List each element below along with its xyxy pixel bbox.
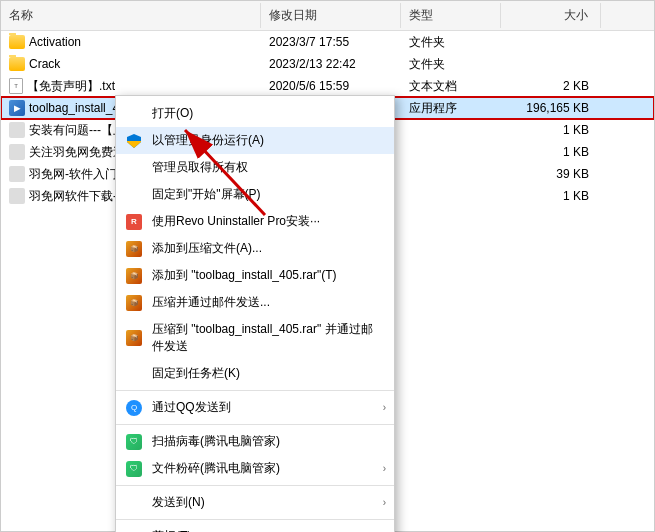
menu-item-pin-taskbar[interactable]: 固定到任务栏(K) <box>116 360 394 387</box>
antivirus-icon: 🛡 <box>124 432 144 452</box>
menu-separator <box>116 390 394 391</box>
file-name-cell: T 【免责声明】.txt <box>1 76 261 97</box>
menu-item-open[interactable]: 打开(O) <box>116 100 394 127</box>
menu-item-revo[interactable]: R 使用Revo Uninstaller Pro安装··· <box>116 208 394 235</box>
file-size: 39 KB <box>501 165 601 183</box>
menu-item-label: 文件粉碎(腾讯电脑管家) <box>152 460 280 477</box>
link-icon <box>9 166 25 182</box>
folder-icon <box>9 35 25 49</box>
file-type <box>401 150 501 154</box>
menu-item-send-to[interactable]: 发送到(N) › <box>116 489 394 516</box>
arrow-icon-3: › <box>383 497 386 508</box>
file-row[interactable]: Activation 2023/3/7 17:55 文件夹 <box>1 31 654 53</box>
col-header-type[interactable]: 类型 <box>401 3 501 28</box>
arrow-icon: › <box>383 402 386 413</box>
menu-item-add-archive[interactable]: 📦 添加到压缩文件(A)... <box>116 235 394 262</box>
compress-icon: 📦 <box>124 239 144 259</box>
menu-item-label: 使用Revo Uninstaller Pro安装··· <box>152 213 320 230</box>
svg-marker-1 <box>127 141 141 148</box>
menu-item-label: 以管理员身份运行(A) <box>152 132 264 149</box>
menu-item-label: 通过QQ发送到 <box>152 399 231 416</box>
file-size <box>501 40 601 44</box>
context-menu: 打开(O) 以管理员身份运行(A) 管理员取得所有权 固定到"开始"屏幕(P) … <box>115 95 395 532</box>
col-header-size[interactable]: 大小 <box>501 3 601 28</box>
link-icon <box>9 188 25 204</box>
file-size <box>501 62 601 66</box>
menu-item-pin-start[interactable]: 固定到"开始"屏幕(P) <box>116 181 394 208</box>
file-size: 196,165 KB <box>501 99 601 117</box>
link-icon <box>9 122 25 138</box>
file-type: 文件夹 <box>401 54 501 75</box>
file-type: 应用程序 <box>401 98 501 119</box>
menu-separator <box>116 485 394 486</box>
menu-item-label: 管理员取得所有权 <box>152 159 248 176</box>
arrow-icon-2: › <box>383 463 386 474</box>
compress-icon-2: 📦 <box>124 266 144 286</box>
menu-item-label: 固定到"开始"屏幕(P) <box>152 186 261 203</box>
menu-item-antivirus[interactable]: 🛡 扫描病毒(腾讯电脑管家) <box>116 428 394 455</box>
column-headers: 名称 修改日期 类型 大小 <box>1 1 654 31</box>
file-row[interactable]: T 【免责声明】.txt 2020/5/6 15:59 文本文档 2 KB <box>1 75 654 97</box>
col-header-name[interactable]: 名称 <box>1 3 261 28</box>
menu-item-add-toolbag-rar[interactable]: 📦 添加到 "toolbag_install_405.rar"(T) <box>116 262 394 289</box>
folder-icon <box>9 57 25 71</box>
file-date: 2020/5/6 15:59 <box>261 77 401 95</box>
col-header-date[interactable]: 修改日期 <box>261 3 401 28</box>
file-type: 文件夹 <box>401 32 501 53</box>
shield-icon <box>124 131 144 151</box>
file-type <box>401 194 501 198</box>
menu-item-label: 压缩到 "toolbag_install_405.rar" 并通过邮件发送 <box>152 321 378 355</box>
file-type <box>401 172 501 176</box>
link-icon <box>9 144 25 160</box>
menu-item-cut[interactable]: 剪切(T) <box>116 523 394 532</box>
menu-separator <box>116 424 394 425</box>
menu-item-label: 发送到(N) <box>152 494 205 511</box>
file-name-text: Activation <box>29 35 81 49</box>
file-size: 2 KB <box>501 77 601 95</box>
file-size: 1 KB <box>501 143 601 161</box>
menu-item-file-shred[interactable]: 🛡 文件粉碎(腾讯电脑管家) › <box>116 455 394 482</box>
menu-item-compress-email[interactable]: 📦 压缩并通过邮件发送... <box>116 289 394 316</box>
menu-item-label: 添加到压缩文件(A)... <box>152 240 262 257</box>
file-date: 2023/3/7 17:55 <box>261 33 401 51</box>
file-size: 1 KB <box>501 187 601 205</box>
file-size: 1 KB <box>501 121 601 139</box>
compress-icon-3: 📦 <box>124 293 144 313</box>
compress-icon-4: 📦 <box>124 328 144 348</box>
revo-icon: R <box>124 212 144 232</box>
file-type <box>401 128 501 132</box>
menu-item-label: 扫描病毒(腾讯电脑管家) <box>152 433 280 450</box>
exe-icon: ▶ <box>9 100 25 116</box>
qq-icon: Q <box>124 398 144 418</box>
file-name-text: 【免责声明】.txt <box>27 78 115 95</box>
file-row[interactable]: Crack 2023/2/13 22:42 文件夹 <box>1 53 654 75</box>
file-type: 文本文档 <box>401 76 501 97</box>
file-date: 2023/2/13 22:42 <box>261 55 401 73</box>
antivirus-icon-2: 🛡 <box>124 459 144 479</box>
menu-item-run-admin[interactable]: 以管理员身份运行(A) <box>116 127 394 154</box>
menu-item-label: 打开(O) <box>152 105 193 122</box>
file-name-cell: Activation <box>1 33 261 51</box>
file-name-text: Crack <box>29 57 60 71</box>
txt-icon: T <box>9 78 23 94</box>
menu-item-send-qq[interactable]: Q 通过QQ发送到 › <box>116 394 394 421</box>
menu-item-compress-toolbag-email[interactable]: 📦 压缩到 "toolbag_install_405.rar" 并通过邮件发送 <box>116 316 394 360</box>
menu-item-label: 剪切(T) <box>152 528 191 532</box>
file-name-cell: Crack <box>1 55 261 73</box>
menu-separator <box>116 519 394 520</box>
menu-item-label: 压缩并通过邮件发送... <box>152 294 270 311</box>
menu-item-manage-access[interactable]: 管理员取得所有权 <box>116 154 394 181</box>
menu-item-label: 固定到任务栏(K) <box>152 365 240 382</box>
menu-item-label: 添加到 "toolbag_install_405.rar"(T) <box>152 267 337 284</box>
